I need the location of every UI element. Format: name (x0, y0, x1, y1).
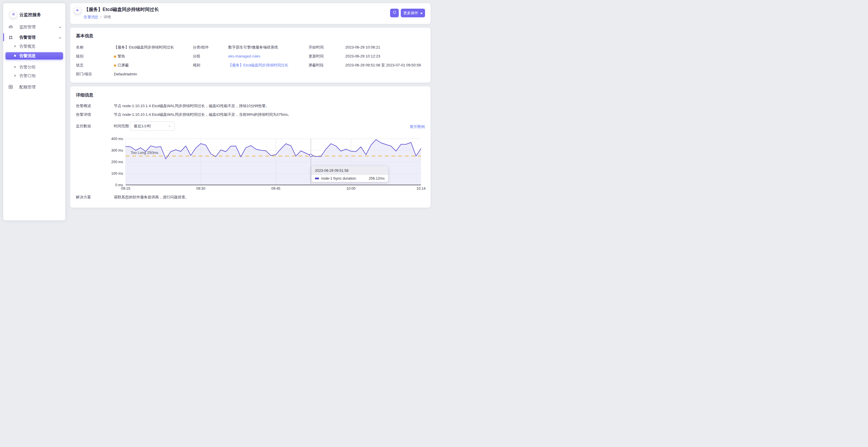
sidebar-item-monitoring[interactable]: 监控管理 (3, 23, 65, 31)
field-label: 监控数据 (76, 124, 91, 128)
sidebar: 云监控服务 监控管理 告警管理 告警概览 (3, 3, 65, 220)
svg-text:100 ms: 100 ms (111, 171, 123, 175)
back-button[interactable] (74, 7, 81, 14)
field-value: 节点 node-1:10.10.1.4 Etcd磁盘WAL同步持续时间过长，磁盘… (114, 104, 269, 108)
svg-text:400 ms: 400 ms (111, 137, 123, 141)
field-value: 2023-06-29 09:51:08 至 2023-07-01 09:50:5… (345, 63, 421, 68)
alarm-icon (8, 35, 13, 40)
basic-info-row: 部门/项目 Default/admin (70, 72, 431, 76)
field-label: 屏蔽时段 (309, 63, 323, 68)
more-actions-label: 更多操作 (403, 10, 418, 15)
breadcrumb-separator: / (100, 15, 101, 19)
sidebar-subitem-label: 告警订阅 (19, 73, 35, 78)
refresh-icon (393, 10, 397, 15)
status-badge: 已屏蔽 (118, 63, 129, 67)
field-value: 数字原生引擎/微服务编排系统 (228, 45, 278, 50)
sidebar-logo-row: 云监控服务 (3, 11, 65, 19)
bullet-square-icon (14, 75, 16, 76)
basic-info-section: 基本信息 名称 【服务】Etcd磁盘同步持续时间过长 分类/组件 数字原生引擎/… (70, 28, 431, 83)
chevron-down-icon (58, 25, 62, 29)
section-title: 基本信息 (76, 33, 93, 39)
field-value: 请联系您的软件服务提供商，进行问题排查。 (114, 195, 189, 199)
detail-row: 解决方案 请联系您的软件服务提供商，进行问题排查。 (70, 195, 431, 199)
silenced-dot-icon (114, 64, 116, 67)
warning-dot-icon (114, 56, 116, 58)
field-value: 节点 node-1:10.10.1.4 Etcd磁盘WAL同步持续时间过长，磁盘… (114, 112, 291, 117)
detail-section: 详细信息 告警概述 节点 node-1:10.10.1.4 Etcd磁盘WAL同… (70, 86, 431, 207)
basic-info-row: 名称 【服务】Etcd磁盘同步持续时间过长 分类/组件 数字原生引擎/微服务编排… (70, 45, 431, 50)
field-value: 已屏蔽 (114, 63, 129, 68)
sidebar-subitem-label: 告警消息 (19, 54, 35, 59)
sidebar-item-label: 配额管理 (19, 85, 35, 90)
sidebar-item-quota[interactable]: 配额管理 (3, 83, 65, 91)
tooltip-series-label: node-1 fsync duration: (321, 177, 357, 181)
monitoring-chart[interactable]: Too Long 250ms0 ms100 ms200 ms300 ms400 … (111, 136, 426, 192)
svg-text:09:30: 09:30 (196, 187, 205, 191)
field-label: 分组 (193, 54, 200, 59)
collapse-menu-button[interactable] (10, 11, 17, 18)
field-label: 规则 (193, 63, 200, 68)
sidebar-subitem-alert-messages[interactable]: 告警消息 (5, 52, 63, 60)
sidebar-subitem-alert-groups[interactable]: 告警分组 (5, 63, 63, 71)
sidebar-subitem-label: 告警概览 (19, 44, 35, 49)
detail-row: 监控数据 时间范围 (70, 124, 431, 128)
svg-text:300 ms: 300 ms (111, 149, 123, 153)
time-range-select[interactable]: 最近1小时 (130, 122, 175, 131)
breadcrumb-current: 详情 (103, 15, 111, 19)
page-title: 【服务】Etcd磁盘同步持续时间过长 (84, 7, 159, 13)
field-label: 部门/项目 (76, 72, 92, 76)
sidebar-subitem-label: 告警分组 (19, 65, 35, 70)
field-label: 级别 (76, 54, 84, 59)
field-label: 解决方案 (76, 195, 91, 199)
bullet-square-icon (14, 45, 16, 47)
collapse-menu-icon (11, 12, 15, 17)
field-value: Default/admin (114, 72, 137, 76)
section-title: 详细信息 (76, 92, 93, 98)
tooltip-timestamp: 2023-06-29 09:51:58 (311, 166, 388, 175)
sidebar-item-alerts[interactable]: 告警管理 (3, 33, 65, 41)
basic-info-row: 状态 已屏蔽 规则 【服务】Etcd磁盘同步持续时间过长 屏蔽时段 2023-0… (70, 63, 431, 68)
field-value: 2023-06-29 10:06:21 (345, 45, 380, 50)
time-range-value: 最近1小时 (134, 124, 151, 129)
sidebar-subitem-alert-subscriptions[interactable]: 告警订阅 (5, 72, 63, 79)
app-title: 云监控服务 (19, 12, 41, 18)
chevron-down-icon (168, 124, 172, 128)
sidebar-item-label: 告警管理 (19, 35, 35, 40)
field-label: 分类/组件 (193, 45, 209, 50)
caret-down-icon (420, 11, 423, 15)
field-value: 2023-06-29 10:12:23 (345, 54, 380, 59)
tooltip-series-value: 256.12ms (369, 177, 384, 181)
breadcrumb: 告警消息 / 详情 (84, 15, 111, 20)
monitoring-chart-svg: Too Long 250ms0 ms100 ms200 ms300 ms400 … (111, 136, 426, 192)
time-range-label: 时间范围 (114, 124, 129, 128)
field-label: 告警详情 (76, 112, 91, 117)
rule-link[interactable]: 【服务】Etcd磁盘同步持续时间过长 (228, 63, 288, 68)
quota-icon (8, 84, 13, 90)
svg-text:200 ms: 200 ms (111, 160, 123, 164)
field-value: 【服务】Etcd磁盘同步持续时间过长 (114, 45, 174, 50)
field-label: 开始时间 (309, 45, 323, 50)
basic-info-row: 级别 警告 分组 eks-managed.rules 更新时间 2023-06-… (70, 54, 431, 59)
chart-tooltip: 2023-06-29 09:51:58 node-1 fsync duratio… (311, 166, 388, 182)
refresh-button[interactable] (390, 9, 399, 17)
group-link[interactable]: eks-managed.rules (228, 54, 260, 59)
sidebar-subitem-alert-overview[interactable]: 告警概览 (5, 42, 63, 50)
sidebar-item-label: 监控管理 (19, 25, 35, 30)
field-value: 警告 (114, 54, 125, 59)
svg-text:09:45: 09:45 (271, 187, 280, 191)
field-label: 名称 (76, 45, 84, 50)
detail-row: 告警概述 节点 node-1:10.10.1.4 Etcd磁盘WAL同步持续时间… (70, 104, 431, 108)
expand-legend-link[interactable]: 展开图例 (410, 124, 425, 129)
tooltip-series-row: node-1 fsync duration: 256.12ms (311, 175, 388, 182)
breadcrumb-parent-link[interactable]: 告警消息 (84, 15, 98, 19)
svg-text:10:14: 10:14 (416, 187, 425, 191)
page-header: 【服务】Etcd磁盘同步持续时间过长 告警消息 / 详情 更多操作 (70, 3, 431, 24)
field-label: 状态 (76, 63, 84, 68)
level-badge: 警告 (118, 54, 125, 58)
bullet-square-icon (14, 66, 16, 68)
detail-row: 告警详情 节点 node-1:10.10.1.4 Etcd磁盘WAL同步持续时间… (70, 112, 431, 117)
field-label: 更新时间 (309, 54, 323, 59)
svg-text:09:15: 09:15 (121, 187, 130, 191)
more-actions-button[interactable]: 更多操作 (401, 9, 425, 17)
bullet-square-icon (14, 55, 16, 57)
